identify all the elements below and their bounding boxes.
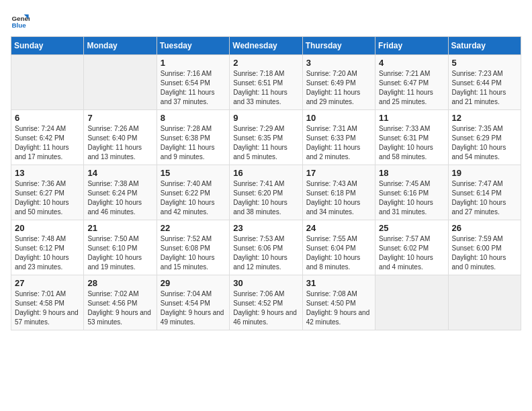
day-number: 26 (452, 223, 517, 233)
day-cell: 9Sunrise: 7:29 AM Sunset: 6:35 PM Daylig… (230, 110, 302, 165)
header-cell-saturday: Saturday (448, 37, 521, 55)
day-cell: 1Sunrise: 7:16 AM Sunset: 6:54 PM Daylig… (157, 55, 229, 110)
day-cell: 8Sunrise: 7:28 AM Sunset: 6:38 PM Daylig… (157, 110, 229, 165)
header-row: SundayMondayTuesdayWednesdayThursdayFrid… (11, 37, 521, 55)
day-info: Sunrise: 7:53 AM Sunset: 6:06 PM Dayligh… (233, 234, 298, 272)
day-number: 1 (161, 58, 226, 68)
day-cell: 2Sunrise: 7:18 AM Sunset: 6:51 PM Daylig… (230, 55, 302, 110)
day-number: 25 (379, 223, 444, 233)
day-cell: 31Sunrise: 7:08 AM Sunset: 4:50 PM Dayli… (302, 275, 375, 330)
week-row-4: 20Sunrise: 7:48 AM Sunset: 6:12 PM Dayli… (11, 220, 521, 275)
day-info: Sunrise: 7:31 AM Sunset: 6:33 PM Dayligh… (306, 124, 371, 162)
day-cell: 16Sunrise: 7:41 AM Sunset: 6:20 PM Dayli… (230, 165, 302, 220)
day-cell: 23Sunrise: 7:53 AM Sunset: 6:06 PM Dayli… (230, 220, 302, 275)
day-number: 15 (161, 168, 226, 178)
day-info: Sunrise: 7:26 AM Sunset: 6:40 PM Dayligh… (87, 124, 152, 162)
day-number: 23 (233, 223, 298, 233)
day-info: Sunrise: 7:41 AM Sunset: 6:20 PM Dayligh… (233, 179, 298, 217)
day-info: Sunrise: 7:47 AM Sunset: 6:14 PM Dayligh… (452, 179, 517, 217)
day-cell: 19Sunrise: 7:47 AM Sunset: 6:14 PM Dayli… (448, 165, 521, 220)
day-cell: 28Sunrise: 7:02 AM Sunset: 4:56 PM Dayli… (84, 275, 157, 330)
day-number: 17 (306, 168, 371, 178)
day-info: Sunrise: 7:01 AM Sunset: 4:58 PM Dayligh… (15, 289, 80, 327)
day-number: 24 (306, 223, 371, 233)
day-cell (448, 275, 521, 330)
day-number: 6 (15, 113, 80, 123)
day-info: Sunrise: 7:23 AM Sunset: 6:44 PM Dayligh… (452, 69, 517, 107)
day-info: Sunrise: 7:52 AM Sunset: 6:08 PM Dayligh… (161, 234, 226, 272)
day-info: Sunrise: 7:28 AM Sunset: 6:38 PM Dayligh… (161, 124, 226, 162)
day-number: 22 (161, 223, 226, 233)
day-cell: 7Sunrise: 7:26 AM Sunset: 6:40 PM Daylig… (84, 110, 157, 165)
day-info: Sunrise: 7:45 AM Sunset: 6:16 PM Dayligh… (379, 179, 444, 217)
calendar-table: SundayMondayTuesdayWednesdayThursdayFrid… (11, 36, 521, 330)
day-number: 16 (233, 168, 298, 178)
logo-icon: General Blue (11, 11, 30, 30)
day-number: 8 (161, 113, 226, 123)
day-info: Sunrise: 7:35 AM Sunset: 6:29 PM Dayligh… (452, 124, 517, 162)
day-info: Sunrise: 7:21 AM Sunset: 6:47 PM Dayligh… (379, 69, 444, 107)
day-cell: 15Sunrise: 7:40 AM Sunset: 6:22 PM Dayli… (157, 165, 229, 220)
day-info: Sunrise: 7:33 AM Sunset: 6:31 PM Dayligh… (379, 124, 444, 162)
day-cell: 30Sunrise: 7:06 AM Sunset: 4:52 PM Dayli… (230, 275, 302, 330)
day-number: 5 (452, 58, 517, 68)
day-info: Sunrise: 7:04 AM Sunset: 4:54 PM Dayligh… (161, 289, 226, 327)
day-number: 29 (161, 278, 226, 288)
day-cell: 13Sunrise: 7:36 AM Sunset: 6:27 PM Dayli… (11, 165, 84, 220)
day-number: 30 (233, 278, 298, 288)
day-cell: 5Sunrise: 7:23 AM Sunset: 6:44 PM Daylig… (448, 55, 521, 110)
day-cell (375, 275, 448, 330)
day-number: 10 (306, 113, 371, 123)
day-info: Sunrise: 7:59 AM Sunset: 6:00 PM Dayligh… (452, 234, 517, 272)
header-cell-wednesday: Wednesday (230, 37, 302, 55)
day-cell: 26Sunrise: 7:59 AM Sunset: 6:00 PM Dayli… (448, 220, 521, 275)
day-number: 19 (452, 168, 517, 178)
day-number: 27 (15, 278, 80, 288)
day-info: Sunrise: 7:36 AM Sunset: 6:27 PM Dayligh… (15, 179, 80, 217)
day-info: Sunrise: 7:38 AM Sunset: 6:24 PM Dayligh… (87, 179, 152, 217)
day-cell: 27Sunrise: 7:01 AM Sunset: 4:58 PM Dayli… (11, 275, 84, 330)
svg-text:Blue: Blue (11, 21, 26, 29)
day-info: Sunrise: 7:57 AM Sunset: 6:02 PM Dayligh… (379, 234, 444, 272)
day-number: 21 (87, 223, 152, 233)
day-info: Sunrise: 7:20 AM Sunset: 6:49 PM Dayligh… (306, 69, 371, 107)
day-cell: 4Sunrise: 7:21 AM Sunset: 6:47 PM Daylig… (375, 55, 448, 110)
logo: General Blue (11, 11, 32, 30)
day-cell: 25Sunrise: 7:57 AM Sunset: 6:02 PM Dayli… (375, 220, 448, 275)
day-cell: 24Sunrise: 7:55 AM Sunset: 6:04 PM Dayli… (302, 220, 375, 275)
day-info: Sunrise: 7:06 AM Sunset: 4:52 PM Dayligh… (233, 289, 298, 327)
day-cell: 3Sunrise: 7:20 AM Sunset: 6:49 PM Daylig… (302, 55, 375, 110)
day-number: 20 (15, 223, 80, 233)
header-cell-sunday: Sunday (11, 37, 84, 55)
day-info: Sunrise: 7:50 AM Sunset: 6:10 PM Dayligh… (87, 234, 152, 272)
week-row-2: 6Sunrise: 7:24 AM Sunset: 6:42 PM Daylig… (11, 110, 521, 165)
day-number: 11 (379, 113, 444, 123)
header-cell-friday: Friday (375, 37, 448, 55)
day-info: Sunrise: 7:43 AM Sunset: 6:18 PM Dayligh… (306, 179, 371, 217)
day-info: Sunrise: 7:18 AM Sunset: 6:51 PM Dayligh… (233, 69, 298, 107)
day-cell (84, 55, 157, 110)
header: General Blue (11, 11, 521, 30)
day-info: Sunrise: 7:16 AM Sunset: 6:54 PM Dayligh… (161, 69, 226, 107)
day-info: Sunrise: 7:48 AM Sunset: 6:12 PM Dayligh… (15, 234, 80, 272)
day-cell: 12Sunrise: 7:35 AM Sunset: 6:29 PM Dayli… (448, 110, 521, 165)
day-number: 3 (306, 58, 371, 68)
day-cell: 6Sunrise: 7:24 AM Sunset: 6:42 PM Daylig… (11, 110, 84, 165)
day-info: Sunrise: 7:02 AM Sunset: 4:56 PM Dayligh… (87, 289, 152, 327)
day-cell (11, 55, 84, 110)
day-number: 4 (379, 58, 444, 68)
week-row-3: 13Sunrise: 7:36 AM Sunset: 6:27 PM Dayli… (11, 165, 521, 220)
day-info: Sunrise: 7:08 AM Sunset: 4:50 PM Dayligh… (306, 289, 371, 327)
day-cell: 29Sunrise: 7:04 AM Sunset: 4:54 PM Dayli… (157, 275, 229, 330)
header-cell-monday: Monday (84, 37, 157, 55)
day-info: Sunrise: 7:29 AM Sunset: 6:35 PM Dayligh… (233, 124, 298, 162)
day-info: Sunrise: 7:24 AM Sunset: 6:42 PM Dayligh… (15, 124, 80, 162)
day-cell: 11Sunrise: 7:33 AM Sunset: 6:31 PM Dayli… (375, 110, 448, 165)
header-cell-thursday: Thursday (302, 37, 375, 55)
day-number: 7 (87, 113, 152, 123)
day-number: 31 (306, 278, 371, 288)
day-cell: 21Sunrise: 7:50 AM Sunset: 6:10 PM Dayli… (84, 220, 157, 275)
header-cell-tuesday: Tuesday (157, 37, 229, 55)
week-row-1: 1Sunrise: 7:16 AM Sunset: 6:54 PM Daylig… (11, 55, 521, 110)
day-cell: 20Sunrise: 7:48 AM Sunset: 6:12 PM Dayli… (11, 220, 84, 275)
